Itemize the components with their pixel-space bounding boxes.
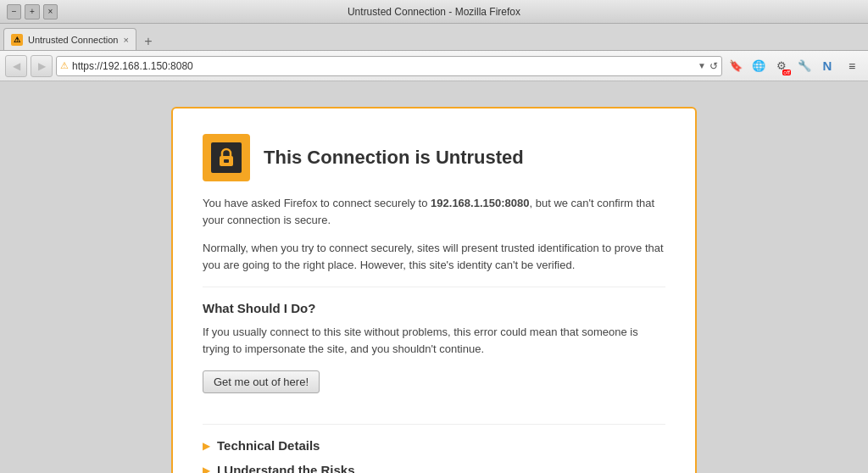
error-description-2: Normally, when you try to connect secure… [203,240,665,273]
nav-bar: ◀ ▶ ⚠ ▼ ↺ 🔖 🌐 ⚙ off 🔧 N ≡ [0,51,868,81]
technical-details-toggle[interactable]: ▶ Technical Details [203,438,665,453]
technical-details-arrow-icon: ▶ [203,440,210,452]
tab-close-button[interactable]: × [123,35,128,45]
understand-risks-arrow-icon: ▶ [203,465,210,474]
section-description: If you usually connect to this site with… [203,324,665,357]
understand-risks-toggle[interactable]: ▶ I Understand the Risks [203,463,665,473]
addon-badge: off [782,70,791,75]
refresh-icon[interactable]: ↺ [709,60,718,72]
menu-button[interactable]: ≡ [841,55,863,77]
address-input[interactable] [72,60,694,72]
title-bar: − + × Untrusted Connection - Mozilla Fir… [0,0,868,24]
address-warning-icon: ⚠ [60,60,69,71]
address-bar[interactable]: ⚠ ▼ ↺ [56,56,722,76]
forward-button[interactable]: ▶ [31,55,53,77]
back-button[interactable]: ◀ [5,55,27,77]
addon-icon[interactable]: ⚙ off [771,56,792,76]
tab-label: Untrusted Connection [28,35,118,45]
get-out-button[interactable]: Get me out of here! [203,370,320,393]
lock-icon [211,142,242,173]
window-title: Untrusted Connection - Mozilla Firefox [58,6,810,18]
extension-icon[interactable]: 🔧 [794,56,815,76]
error-icon [203,134,250,181]
error-address: 192.168.1.150:8080 [431,197,529,209]
technical-details-label: Technical Details [217,438,320,453]
address-dropdown-icon[interactable]: ▼ [698,61,706,70]
error-box: This Connection is Untrusted You have as… [171,107,697,473]
toolbar-icons: 🔖 🌐 ⚙ off 🔧 N [726,56,837,76]
maximize-button[interactable]: + [25,4,39,19]
page-content: This Connection is Untrusted You have as… [0,81,868,473]
section-title: What Should I Do? [203,301,665,315]
error-header: This Connection is Untrusted [203,134,665,181]
newtab-icon[interactable]: N [817,56,837,76]
tab-bar: ⚠ Untrusted Connection × + [0,24,868,51]
divider-2 [203,424,665,425]
svg-rect-1 [224,159,229,163]
error-description-1: You have asked Firefox to connect secure… [203,195,665,228]
error-title: This Connection is Untrusted [264,147,524,169]
understand-risks-label: I Understand the Risks [217,463,355,473]
tab-warning-icon: ⚠ [11,34,23,46]
minimize-button[interactable]: − [7,4,21,19]
bookmark-icon[interactable]: 🔖 [726,56,746,76]
divider-1 [203,287,665,287]
close-button[interactable]: × [43,4,58,19]
new-tab-button[interactable]: + [140,33,157,50]
globe-icon[interactable]: 🌐 [748,56,769,76]
tab-untrusted-connection[interactable]: ⚠ Untrusted Connection × [3,28,136,50]
